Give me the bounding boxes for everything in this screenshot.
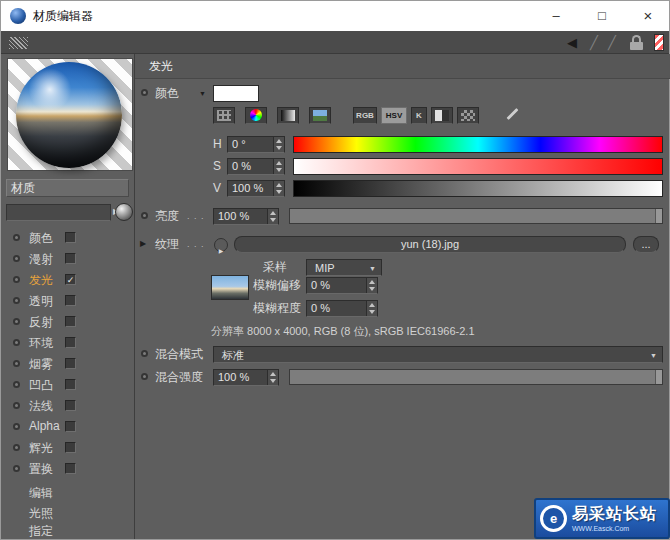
anim-dot[interactable] [13, 381, 20, 388]
slider-knob[interactable] [655, 209, 662, 223]
hue-gradient-bar[interactable] [293, 136, 663, 153]
blur-offset-stepper[interactable]: 0 % [306, 277, 378, 294]
mixstrength-anim-dot[interactable] [141, 373, 148, 380]
saturation-gradient-bar[interactable] [293, 158, 663, 175]
anim-dot[interactable] [13, 318, 20, 325]
back-icon[interactable]: ◀ [567, 34, 577, 51]
stepper-arrows-icon[interactable] [267, 370, 278, 385]
channel-checkbox[interactable] [65, 379, 76, 390]
channel-checkbox[interactable] [65, 442, 76, 453]
compare-stripe-icon[interactable] [654, 34, 664, 51]
brightness-stepper[interactable]: 100 % [213, 208, 279, 225]
stepper-arrows-icon[interactable] [366, 278, 377, 293]
channel-checkbox[interactable] [65, 421, 76, 432]
close-button[interactable]: × [625, 1, 670, 31]
leader-dots: . . . [187, 211, 205, 221]
preview-sphere[interactable] [16, 62, 122, 168]
channel-row-diffusion[interactable]: 漫射 [1, 250, 133, 270]
nav-slash-icon[interactable]: ╱ [590, 34, 598, 51]
stepper-arrows-icon[interactable] [267, 209, 278, 224]
channel-checkbox[interactable] [65, 295, 76, 306]
value-gradient-bar[interactable] [293, 180, 663, 197]
material-name-field[interactable] [6, 204, 111, 221]
k-mode-button[interactable]: K [411, 107, 427, 124]
color-wheel-icon[interactable] [245, 107, 267, 124]
preview-globe-icon[interactable] [115, 203, 133, 221]
color-swatch[interactable] [213, 85, 259, 102]
stepper-arrows-icon[interactable] [273, 137, 284, 152]
titlebar[interactable]: 材质编辑器 – □ × [1, 1, 669, 31]
image-picker-icon[interactable] [309, 107, 331, 124]
texture-menu-button[interactable]: ▶ [214, 238, 228, 252]
stepper-arrows-icon[interactable] [273, 181, 284, 196]
texture-thumbnail[interactable] [211, 275, 249, 300]
anim-dot[interactable] [13, 339, 20, 346]
texture-expand-icon[interactable]: ▶ [140, 240, 146, 248]
mix-strength-slider[interactable] [289, 369, 663, 385]
gradient-picker-icon[interactable] [277, 107, 299, 124]
minimize-button[interactable]: – [533, 1, 579, 31]
stepper-arrows-icon[interactable] [366, 301, 377, 316]
anim-dot[interactable] [13, 423, 20, 430]
channel-checkbox[interactable] [65, 337, 76, 348]
value-stepper[interactable]: 100 % [227, 180, 285, 197]
sidebar-item-assign[interactable]: 指定 [1, 522, 133, 540]
mix-strength-stepper[interactable]: 100 % [213, 369, 279, 386]
channel-checkbox-checked[interactable]: ✓ [65, 274, 76, 285]
channel-row-reflection[interactable]: 反射 [1, 313, 133, 333]
channel-checkbox[interactable] [65, 463, 76, 474]
slider-knob[interactable] [655, 370, 662, 384]
anim-dot[interactable] [13, 444, 20, 451]
color-anim-dot[interactable] [141, 89, 148, 96]
mixmode-anim-dot[interactable] [141, 350, 148, 357]
channel-checkbox[interactable] [65, 232, 76, 243]
anim-dot[interactable] [13, 255, 20, 262]
anim-dot[interactable] [13, 465, 20, 472]
mixer-icon[interactable] [431, 107, 453, 124]
brightness-anim-dot[interactable] [141, 212, 148, 219]
anim-dot[interactable] [13, 360, 20, 367]
lock-icon[interactable] [630, 35, 643, 50]
drag-grip-icon[interactable] [9, 37, 28, 49]
maximize-button[interactable]: □ [579, 1, 625, 31]
material-preview[interactable] [7, 58, 133, 171]
anim-dot[interactable] [13, 297, 20, 304]
channel-row-normal[interactable]: 法线 [1, 397, 133, 417]
sampling-dropdown[interactable]: MIP ▼ [306, 259, 382, 276]
hsv-mode-button[interactable]: HSV [381, 107, 407, 124]
swatch-palette-icon[interactable] [457, 107, 479, 124]
hue-label: H [213, 136, 222, 153]
blur-strength-stepper[interactable]: 0 % [306, 300, 378, 317]
eyedropper-icon[interactable] [503, 105, 521, 124]
rgb-mode-button[interactable]: RGB [353, 107, 377, 124]
swatches-grid-icon[interactable] [213, 107, 235, 124]
channel-row-luminance[interactable]: 发光 ✓ [1, 271, 133, 291]
channel-checkbox[interactable] [65, 316, 76, 327]
channel-checkbox[interactable] [65, 253, 76, 264]
channel-checkbox[interactable] [65, 400, 76, 411]
channel-row-transparency[interactable]: 透明 [1, 292, 133, 312]
channel-checkbox[interactable] [65, 358, 76, 369]
anim-dot[interactable] [13, 276, 20, 283]
sidebar-item-edit[interactable]: 编辑 [1, 484, 133, 502]
sampling-label: 采样 [263, 259, 287, 276]
channel-row-fog[interactable]: 烟雾 [1, 355, 133, 375]
saturation-stepper[interactable]: 0 % [227, 158, 285, 175]
hue-stepper[interactable]: 0 ° [227, 136, 285, 153]
stepper-arrows-icon[interactable] [273, 159, 284, 174]
channel-row-color[interactable]: 颜色 [1, 229, 133, 249]
color-expand-icon[interactable]: ▼ [199, 90, 206, 98]
anim-dot[interactable] [13, 234, 20, 241]
channel-row-displacement[interactable]: 置换 [1, 460, 133, 480]
nav-slash2-icon[interactable]: ╱ [608, 34, 616, 51]
channel-row-glow[interactable]: 辉光 [1, 439, 133, 459]
texture-browse-button[interactable]: ... [633, 236, 659, 253]
sidebar-item-illumination[interactable]: 光照 [1, 504, 133, 522]
channel-row-environment[interactable]: 环境 [1, 334, 133, 354]
channel-row-bump[interactable]: 凹凸 [1, 376, 133, 396]
mix-mode-dropdown[interactable]: 标准 ▼ [213, 346, 663, 363]
anim-dot[interactable] [13, 402, 20, 409]
channel-row-alpha[interactable]: Alpha [1, 418, 133, 438]
texture-file-button[interactable]: yun (18).jpg [234, 236, 626, 253]
brightness-slider[interactable] [289, 208, 663, 224]
